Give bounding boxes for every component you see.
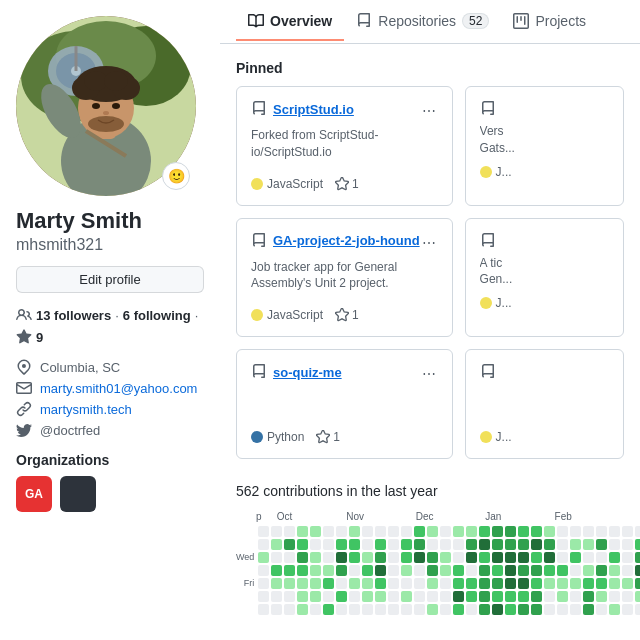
month-label-oct: Oct [277, 511, 346, 522]
day-cell [375, 578, 386, 589]
day-cell [609, 591, 620, 602]
day-cell [297, 526, 308, 537]
card-footer-0: JavaScript 1 [251, 177, 438, 191]
day-cell [466, 539, 477, 550]
card-overflow-btn-2[interactable]: ⋯ [420, 364, 438, 384]
day-cell [271, 591, 282, 602]
day-cell [362, 591, 373, 602]
pinned-title: Pinned [236, 60, 624, 76]
day-cell [609, 604, 620, 615]
followers-link[interactable]: 13 followers [36, 308, 111, 323]
day-cell [362, 578, 373, 589]
day-cell [492, 578, 503, 589]
month-label-dec: Dec [416, 511, 485, 522]
day-cell [388, 526, 399, 537]
week-col [297, 526, 308, 615]
week-col [557, 526, 568, 615]
day-cell [258, 552, 269, 563]
day-cell [427, 539, 438, 550]
user-name: Marty Smith [16, 208, 204, 234]
tab-overview[interactable]: Overview [236, 3, 344, 41]
day-cell [570, 552, 581, 563]
day-cell [570, 539, 581, 550]
following-link[interactable]: 6 following [123, 308, 191, 323]
day-cell [609, 565, 620, 576]
pinned-card-1: GA-project-2-job-hound ⋯ Job tracker app… [236, 218, 453, 338]
contrib-weeks [258, 526, 640, 615]
day-cell [479, 539, 490, 550]
day-cell [323, 591, 334, 602]
star-btn-1[interactable]: 1 [335, 308, 359, 322]
day-cell [271, 565, 282, 576]
day-cell [375, 565, 386, 576]
tab-projects[interactable]: Projects [501, 3, 598, 41]
top-nav: Overview Repositories 52 Projects [220, 0, 640, 44]
profile-meta: Columbia, SC marty.smith01@yahoo.com mar… [16, 359, 204, 438]
website-link[interactable]: martysmith.tech [40, 402, 132, 417]
email-link[interactable]: marty.smith01@yahoo.com [40, 381, 197, 396]
twitter-handle: @doctrfed [40, 423, 100, 438]
day-cell [557, 604, 568, 615]
svg-point-20 [88, 116, 124, 132]
contributions-graph: p Oct Nov Dec Jan Feb Wed [236, 511, 624, 615]
day-cell [492, 565, 503, 576]
main-content-area: Overview Repositories 52 Projects Pinned [220, 0, 640, 640]
day-cell [622, 539, 633, 550]
lang-badge-2: Python [251, 430, 304, 444]
star-btn-0[interactable]: 1 [335, 177, 359, 191]
day-cell [284, 552, 295, 563]
day-cell [271, 578, 282, 589]
avatar-container: 🙂 [16, 16, 196, 196]
day-cell [505, 604, 516, 615]
edit-profile-button[interactable]: Edit profile [16, 266, 204, 293]
week-col [258, 526, 269, 615]
lang-badge-right-0: J... [480, 165, 512, 179]
day-cell [479, 604, 490, 615]
day-cell [557, 526, 568, 537]
org-dark[interactable] [60, 476, 96, 512]
day-cell [622, 604, 633, 615]
card-repo-name-2[interactable]: so-quiz-me [273, 365, 342, 380]
day-cell [414, 539, 425, 550]
day-cell [596, 552, 607, 563]
day-cell [544, 526, 555, 537]
day-cell [505, 539, 516, 550]
day-cell [336, 565, 347, 576]
day-cell [362, 552, 373, 563]
tab-repositories[interactable]: Repositories 52 [344, 3, 501, 41]
pinned-card-right-1: A ticGen... J... [465, 218, 624, 338]
day-cell [531, 526, 542, 537]
day-cell [492, 539, 503, 550]
book-icon [248, 13, 264, 29]
day-cell [518, 539, 529, 550]
star-btn-2[interactable]: 1 [316, 430, 340, 444]
lang-dot-1 [251, 309, 263, 321]
day-cell [310, 604, 321, 615]
day-cell [622, 578, 633, 589]
pinned-grid: ScriptStud.io ⋯ Forked from ScriptStud-i… [236, 86, 624, 459]
svg-point-19 [103, 111, 109, 115]
day-cell [349, 604, 360, 615]
org-ga[interactable]: GA [16, 476, 52, 512]
week-col [427, 526, 438, 615]
card-repo-name-0[interactable]: ScriptStud.io [273, 102, 354, 117]
repo-card-icon-right-1 [480, 233, 496, 249]
stars-link[interactable]: 9 [36, 330, 43, 345]
day-cell [414, 565, 425, 576]
day-cell [583, 526, 594, 537]
day-cell [271, 552, 282, 563]
card-header-1: GA-project-2-job-hound ⋯ [251, 233, 438, 253]
day-cell [635, 526, 640, 537]
day-cell [310, 578, 321, 589]
day-cell [297, 578, 308, 589]
day-cell [271, 539, 282, 550]
month-label-feb: Feb [555, 511, 624, 522]
card-overflow-btn-0[interactable]: ⋯ [420, 101, 438, 121]
card-overflow-btn-1[interactable]: ⋯ [420, 233, 438, 253]
website-item: martysmith.tech [16, 401, 204, 417]
day-cell [401, 604, 412, 615]
card-repo-name-1[interactable]: GA-project-2-job-hound [273, 233, 420, 248]
day-cell [440, 565, 451, 576]
repositories-count: 52 [462, 13, 489, 29]
avatar-emoji-button[interactable]: 🙂 [162, 162, 190, 190]
